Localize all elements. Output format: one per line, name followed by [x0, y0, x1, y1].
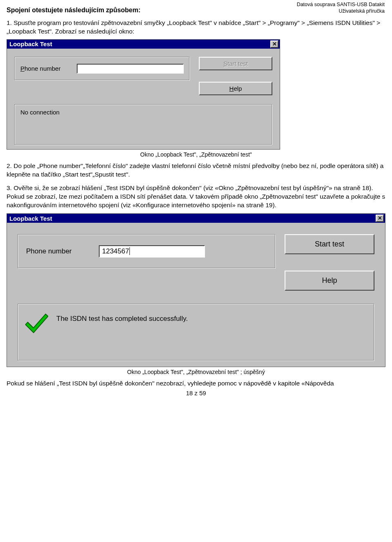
- paragraph-4: Pokud se hlášení „Test ISDN byl úspěšně …: [7, 379, 385, 388]
- window-loopback-2: Loopback Test ✕ Phone number 1234567 Sta…: [7, 213, 385, 367]
- start-test-button[interactable]: Start test Start test: [199, 57, 272, 70]
- window-body: PPhone numberhone number Start test Star…: [7, 49, 280, 149]
- phone-groupbox: PPhone numberhone number: [14, 57, 190, 81]
- page-number: 18 z 59: [7, 390, 385, 396]
- status-text: No connection: [20, 109, 60, 116]
- close-icon: ✕: [378, 216, 382, 221]
- phone-label: Phone number: [26, 247, 91, 255]
- window-title: Loopback Test: [9, 40, 52, 47]
- figure-1-caption: Okno „Loopback Test", „Zpětnovazební tes…: [7, 151, 385, 158]
- close-button[interactable]: ✕: [270, 40, 278, 48]
- help-button[interactable]: Help: [285, 271, 374, 291]
- checkmark-icon: [25, 312, 48, 335]
- window-loopback-1: Loopback Test ✕ PPhone numberhone number: [7, 39, 280, 150]
- phone-input[interactable]: 1234567: [99, 245, 205, 258]
- phone-label: PPhone numberhone number: [20, 65, 69, 72]
- screenshot-1-frame: Loopback Test ✕ PPhone numberhone number: [7, 39, 385, 150]
- phone-input[interactable]: [77, 64, 184, 74]
- header-meta: Datová souprava SANTIS-USB Datakit Uživa…: [297, 2, 385, 14]
- window-titlebar: Loopback Test ✕: [7, 214, 385, 223]
- close-icon: ✕: [272, 42, 277, 47]
- window-body: Phone number 1234567 Start test Help: [7, 223, 385, 367]
- help-button[interactable]: Help Help: [199, 82, 272, 95]
- paragraph-1: 1. Spusťte program pro testování zpětnov…: [7, 19, 385, 36]
- header-line2: Uživatelská příručka: [297, 8, 385, 15]
- status-groupbox: No connection: [14, 104, 272, 145]
- upper-row: PPhone numberhone number Start test Star…: [14, 57, 272, 95]
- window-title: Loopback Test: [9, 215, 52, 222]
- window-titlebar: Loopback Test ✕: [7, 40, 280, 49]
- status-groupbox: The ISDN test has completed successfully…: [18, 304, 374, 361]
- screenshot-2-frame: Loopback Test ✕ Phone number 1234567 Sta…: [7, 213, 385, 367]
- paragraph-2: 2. Do pole „Phone number"„Telefonní čísl…: [7, 162, 385, 179]
- start-test-button[interactable]: Start test: [285, 234, 374, 254]
- header-line1: Datová souprava SANTIS-USB Datakit: [297, 2, 385, 8]
- close-button[interactable]: ✕: [376, 215, 384, 222]
- status-text: The ISDN test has completed successfully…: [56, 315, 188, 323]
- figure-2-caption: Okno „Loopback Test", „Zpětnovazební tes…: [7, 369, 385, 375]
- paragraph-3: 3. Ověřte si, že se zobrazí hlášení „Tes…: [7, 184, 385, 210]
- upper-row: Phone number 1234567 Start test Help: [18, 234, 374, 291]
- phone-groupbox: Phone number 1234567: [18, 234, 276, 269]
